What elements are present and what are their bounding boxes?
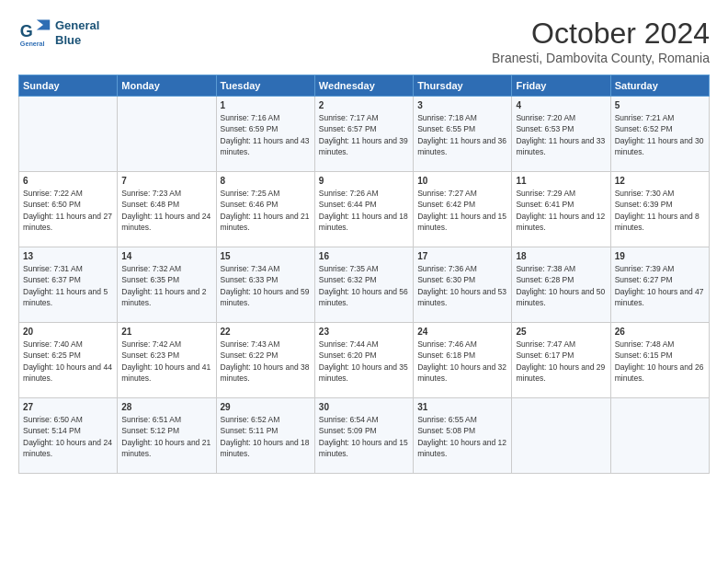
- day-info: Sunrise: 7:32 AM Sunset: 6:35 PM Dayligh…: [121, 263, 211, 308]
- day-number: 13: [23, 251, 113, 261]
- header: G General General Blue October 2024 Bran…: [18, 17, 710, 65]
- logo-text: General Blue: [55, 18, 99, 47]
- calendar-week-row: 6Sunrise: 7:22 AM Sunset: 6:50 PM Daylig…: [19, 172, 710, 247]
- day-number: 7: [121, 176, 211, 186]
- calendar-cell: 4Sunrise: 7:20 AM Sunset: 6:53 PM Daylig…: [512, 97, 610, 172]
- calendar-cell: 21Sunrise: 7:42 AM Sunset: 6:23 PM Dayli…: [118, 323, 216, 398]
- calendar-cell: 20Sunrise: 7:40 AM Sunset: 6:25 PM Dayli…: [19, 323, 118, 398]
- calendar-cell: 23Sunrise: 7:44 AM Sunset: 6:20 PM Dayli…: [314, 323, 413, 398]
- day-info: Sunrise: 7:31 AM Sunset: 6:37 PM Dayligh…: [23, 263, 113, 308]
- calendar-table: SundayMondayTuesdayWednesdayThursdayFrid…: [18, 75, 710, 474]
- title-block: October 2024 Branesti, Dambovita County,…: [492, 17, 710, 65]
- day-number: 6: [23, 176, 113, 186]
- day-info: Sunrise: 7:34 AM Sunset: 6:33 PM Dayligh…: [221, 263, 311, 308]
- calendar-cell: 3Sunrise: 7:18 AM Sunset: 6:55 PM Daylig…: [414, 97, 512, 172]
- day-info: Sunrise: 7:47 AM Sunset: 6:17 PM Dayligh…: [516, 339, 606, 384]
- day-number: 4: [516, 100, 606, 110]
- day-number: 18: [516, 251, 606, 261]
- calendar-cell: 27Sunrise: 6:50 AM Sunset: 5:14 PM Dayli…: [19, 398, 118, 474]
- day-number: 23: [319, 327, 409, 337]
- calendar-cell: 7Sunrise: 7:23 AM Sunset: 6:48 PM Daylig…: [118, 172, 216, 247]
- day-number: 21: [121, 327, 211, 337]
- day-info: Sunrise: 7:20 AM Sunset: 6:53 PM Dayligh…: [516, 112, 606, 157]
- weekday-header-wednesday: Wednesday: [314, 75, 413, 97]
- day-info: Sunrise: 7:21 AM Sunset: 6:52 PM Dayligh…: [615, 112, 705, 157]
- weekday-header-row: SundayMondayTuesdayWednesdayThursdayFrid…: [19, 75, 710, 97]
- calendar-week-row: 27Sunrise: 6:50 AM Sunset: 5:14 PM Dayli…: [19, 398, 710, 474]
- calendar-body: 1Sunrise: 7:16 AM Sunset: 6:59 PM Daylig…: [19, 97, 710, 474]
- day-info: Sunrise: 7:18 AM Sunset: 6:55 PM Dayligh…: [417, 112, 507, 157]
- calendar-header: SundayMondayTuesdayWednesdayThursdayFrid…: [19, 75, 710, 97]
- day-number: 15: [221, 251, 311, 261]
- weekday-header-sunday: Sunday: [19, 75, 118, 97]
- day-info: Sunrise: 7:46 AM Sunset: 6:18 PM Dayligh…: [417, 339, 507, 384]
- day-number: 24: [417, 327, 507, 337]
- day-info: Sunrise: 7:17 AM Sunset: 6:57 PM Dayligh…: [319, 112, 409, 157]
- weekday-header-thursday: Thursday: [414, 75, 512, 97]
- day-info: Sunrise: 7:27 AM Sunset: 6:42 PM Dayligh…: [417, 188, 507, 233]
- day-number: 30: [319, 402, 409, 412]
- weekday-header-saturday: Saturday: [610, 75, 709, 97]
- day-number: 8: [221, 176, 311, 186]
- day-info: Sunrise: 7:48 AM Sunset: 6:15 PM Dayligh…: [615, 339, 705, 384]
- day-info: Sunrise: 7:22 AM Sunset: 6:50 PM Dayligh…: [23, 188, 113, 233]
- calendar-cell: 13Sunrise: 7:31 AM Sunset: 6:37 PM Dayli…: [19, 247, 118, 323]
- day-info: Sunrise: 7:38 AM Sunset: 6:28 PM Dayligh…: [516, 263, 606, 308]
- day-info: Sunrise: 6:55 AM Sunset: 5:08 PM Dayligh…: [417, 414, 507, 459]
- weekday-header-tuesday: Tuesday: [216, 75, 314, 97]
- calendar-cell: 16Sunrise: 7:35 AM Sunset: 6:32 PM Dayli…: [314, 247, 413, 323]
- calendar-cell: 31Sunrise: 6:55 AM Sunset: 5:08 PM Dayli…: [414, 398, 512, 474]
- day-info: Sunrise: 7:23 AM Sunset: 6:48 PM Dayligh…: [121, 188, 211, 233]
- calendar-cell: 11Sunrise: 7:29 AM Sunset: 6:41 PM Dayli…: [512, 172, 610, 247]
- day-info: Sunrise: 7:35 AM Sunset: 6:32 PM Dayligh…: [319, 263, 409, 308]
- calendar-cell: [118, 97, 216, 172]
- calendar-cell: 15Sunrise: 7:34 AM Sunset: 6:33 PM Dayli…: [216, 247, 314, 323]
- calendar-cell: 30Sunrise: 6:54 AM Sunset: 5:09 PM Dayli…: [314, 398, 413, 474]
- logo: G General General Blue: [18, 17, 99, 50]
- calendar-cell: [19, 97, 118, 172]
- calendar-cell: 28Sunrise: 6:51 AM Sunset: 5:12 PM Dayli…: [118, 398, 216, 474]
- calendar-cell: 2Sunrise: 7:17 AM Sunset: 6:57 PM Daylig…: [314, 97, 413, 172]
- day-info: Sunrise: 7:30 AM Sunset: 6:39 PM Dayligh…: [615, 188, 705, 233]
- day-info: Sunrise: 7:43 AM Sunset: 6:22 PM Dayligh…: [221, 339, 311, 384]
- day-number: 22: [221, 327, 311, 337]
- calendar-cell: 24Sunrise: 7:46 AM Sunset: 6:18 PM Dayli…: [414, 323, 512, 398]
- day-number: 9: [319, 176, 409, 186]
- calendar-cell: 12Sunrise: 7:30 AM Sunset: 6:39 PM Dayli…: [610, 172, 709, 247]
- calendar-cell: 10Sunrise: 7:27 AM Sunset: 6:42 PM Dayli…: [414, 172, 512, 247]
- calendar-cell: 9Sunrise: 7:26 AM Sunset: 6:44 PM Daylig…: [314, 172, 413, 247]
- calendar-week-row: 13Sunrise: 7:31 AM Sunset: 6:37 PM Dayli…: [19, 247, 710, 323]
- calendar-cell: 29Sunrise: 6:52 AM Sunset: 5:11 PM Dayli…: [216, 398, 314, 474]
- day-number: 19: [615, 251, 705, 261]
- day-info: Sunrise: 7:40 AM Sunset: 6:25 PM Dayligh…: [23, 339, 113, 384]
- calendar-week-row: 20Sunrise: 7:40 AM Sunset: 6:25 PM Dayli…: [19, 323, 710, 398]
- calendar-cell: 6Sunrise: 7:22 AM Sunset: 6:50 PM Daylig…: [19, 172, 118, 247]
- calendar-cell: 19Sunrise: 7:39 AM Sunset: 6:27 PM Dayli…: [610, 247, 709, 323]
- calendar-cell: 5Sunrise: 7:21 AM Sunset: 6:52 PM Daylig…: [610, 97, 709, 172]
- calendar-cell: 25Sunrise: 7:47 AM Sunset: 6:17 PM Dayli…: [512, 323, 610, 398]
- page: G General General Blue October 2024 Bran…: [0, 0, 728, 483]
- day-number: 25: [516, 327, 606, 337]
- day-number: 5: [615, 100, 705, 110]
- day-info: Sunrise: 7:39 AM Sunset: 6:27 PM Dayligh…: [615, 263, 705, 308]
- day-info: Sunrise: 7:42 AM Sunset: 6:23 PM Dayligh…: [121, 339, 211, 384]
- day-number: 31: [417, 402, 507, 412]
- day-info: Sunrise: 7:25 AM Sunset: 6:46 PM Dayligh…: [221, 188, 311, 233]
- calendar-cell: 22Sunrise: 7:43 AM Sunset: 6:22 PM Dayli…: [216, 323, 314, 398]
- svg-text:General: General: [20, 40, 45, 48]
- weekday-header-friday: Friday: [512, 75, 610, 97]
- day-number: 16: [319, 251, 409, 261]
- day-number: 26: [615, 327, 705, 337]
- day-number: 3: [417, 100, 507, 110]
- day-number: 11: [516, 176, 606, 186]
- weekday-header-monday: Monday: [118, 75, 216, 97]
- day-info: Sunrise: 7:26 AM Sunset: 6:44 PM Dayligh…: [319, 188, 409, 233]
- day-number: 17: [417, 251, 507, 261]
- day-number: 2: [319, 100, 409, 110]
- svg-text:G: G: [20, 22, 33, 40]
- calendar-cell: 8Sunrise: 7:25 AM Sunset: 6:46 PM Daylig…: [216, 172, 314, 247]
- calendar-cell: 1Sunrise: 7:16 AM Sunset: 6:59 PM Daylig…: [216, 97, 314, 172]
- month-title: October 2024: [492, 17, 710, 51]
- calendar-cell: [610, 398, 709, 474]
- day-info: Sunrise: 7:16 AM Sunset: 6:59 PM Dayligh…: [221, 112, 311, 157]
